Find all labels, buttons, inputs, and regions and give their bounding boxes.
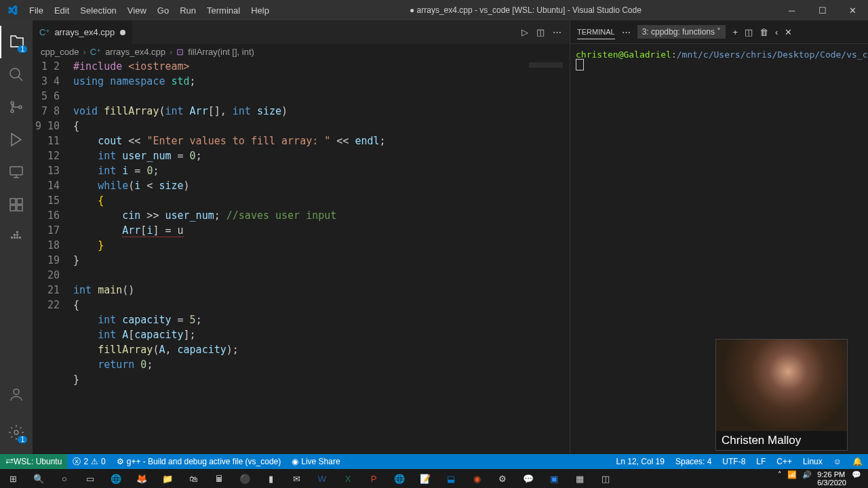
breadcrumb[interactable]: cpp_code › C⁺ arrays_ex4.cpp › ⊡ fillArr… bbox=[33, 44, 570, 59]
tray-chevron-icon[interactable]: ˄ bbox=[778, 470, 782, 487]
split-terminal-icon[interactable]: ◫ bbox=[745, 27, 753, 37]
menu-view[interactable]: View bbox=[122, 5, 152, 16]
svg-rect-7 bbox=[10, 205, 16, 211]
start-button[interactable]: ⊞ bbox=[0, 469, 26, 488]
indentation[interactable]: Spaces: 4 bbox=[670, 457, 717, 466]
docker-icon[interactable] bbox=[0, 221, 33, 253]
svg-point-9 bbox=[14, 389, 19, 394]
new-terminal-icon[interactable]: + bbox=[732, 27, 738, 37]
tab-label: arrays_ex4.cpp bbox=[54, 27, 115, 37]
notifications-icon[interactable]: 🔔 bbox=[847, 457, 868, 466]
more-icon[interactable]: ⋯ bbox=[622, 27, 631, 37]
remote-indicator[interactable]: ⮂ WSL: Ubuntu bbox=[0, 454, 67, 469]
feedback-icon[interactable]: ☺ bbox=[828, 457, 847, 466]
minimize-button[interactable]: ─ bbox=[776, 0, 807, 20]
live-share[interactable]: ◉Live Share bbox=[286, 457, 345, 466]
extensions-icon[interactable] bbox=[0, 188, 33, 221]
os[interactable]: Linux bbox=[797, 457, 828, 466]
debug-icon[interactable] bbox=[0, 123, 33, 156]
eol[interactable]: LF bbox=[751, 457, 771, 466]
menu-selection[interactable]: Selection bbox=[75, 5, 121, 16]
svg-rect-4 bbox=[10, 167, 22, 175]
cortana-icon[interactable]: ○ bbox=[52, 469, 77, 488]
search-icon[interactable] bbox=[0, 58, 33, 91]
split-editor-icon[interactable]: ◫ bbox=[536, 27, 545, 37]
camera-name: Christen Malloy bbox=[716, 431, 847, 450]
window-title: ● arrays_ex4.cpp - vs_code [WSL: Ubuntu]… bbox=[275, 5, 776, 15]
wifi-icon[interactable]: 📶 bbox=[787, 470, 797, 487]
language-mode[interactable]: C++ bbox=[771, 457, 797, 466]
explorer-icon[interactable]: 📁 bbox=[155, 469, 180, 488]
menu-run[interactable]: Run bbox=[174, 5, 201, 16]
run-icon[interactable]: ▷ bbox=[521, 27, 528, 37]
svg-point-2 bbox=[11, 110, 14, 113]
excel-icon[interactable]: X bbox=[335, 469, 361, 488]
modified-indicator-icon bbox=[120, 30, 125, 35]
word-icon[interactable]: W bbox=[309, 469, 335, 488]
terminal-selector[interactable]: 3: cppdbg: functions ˅ bbox=[637, 25, 726, 39]
terminal-output[interactable]: christen@Galadriel:/mnt/c/Users/chris/De… bbox=[570, 44, 868, 75]
kill-terminal-icon[interactable]: 🗑 bbox=[760, 27, 768, 37]
encoding[interactable]: UTF-8 bbox=[717, 457, 751, 466]
menu-go[interactable]: Go bbox=[152, 5, 174, 16]
build-task[interactable]: ⚙g++ - Build and debug active file (vs_c… bbox=[111, 457, 286, 466]
source-control-icon[interactable] bbox=[0, 91, 33, 123]
obs-icon[interactable]: ⚫ bbox=[232, 469, 258, 488]
minimap[interactable] bbox=[529, 59, 570, 454]
camera-video bbox=[716, 340, 847, 431]
accounts-icon[interactable] bbox=[0, 378, 33, 411]
camera-overlay: Christen Malloy bbox=[715, 339, 848, 451]
powerpoint-icon[interactable]: P bbox=[361, 469, 387, 488]
editor-tab[interactable]: C⁺ arrays_ex4.cpp bbox=[33, 20, 133, 44]
settings-icon[interactable]: 1 bbox=[0, 416, 33, 449]
zoom-icon[interactable]: ▣ bbox=[541, 469, 567, 488]
clock[interactable]: 9:26 PM6/3/2020 bbox=[817, 470, 846, 487]
task-view-icon[interactable]: ▭ bbox=[77, 469, 103, 488]
vscode-logo bbox=[0, 5, 24, 16]
settings-icon[interactable]: ⚙ bbox=[490, 469, 515, 488]
remote-explorer-icon[interactable] bbox=[0, 156, 33, 188]
code-editor[interactable]: #include <iostream> using namespace std;… bbox=[73, 59, 570, 454]
terminal-tab[interactable]: TERMINAL bbox=[577, 25, 615, 39]
notifications-tray-icon[interactable]: 💬 bbox=[852, 470, 861, 487]
app2-icon[interactable]: ◫ bbox=[593, 469, 618, 488]
chrome-icon[interactable]: 🌐 bbox=[103, 469, 129, 488]
appnew-icon[interactable]: ▦ bbox=[567, 469, 593, 488]
svg-rect-5 bbox=[10, 199, 16, 204]
prev-icon[interactable]: ‹ bbox=[775, 27, 778, 37]
chat-icon[interactable]: 💬 bbox=[515, 469, 541, 488]
menu-help[interactable]: Help bbox=[245, 5, 275, 16]
svg-point-1 bbox=[11, 102, 14, 104]
terminal-icon[interactable]: ▮ bbox=[258, 469, 283, 488]
menu-edit[interactable]: Edit bbox=[49, 5, 75, 16]
menu-file[interactable]: File bbox=[24, 5, 49, 16]
mail-icon[interactable]: ✉ bbox=[283, 469, 309, 488]
search-icon[interactable]: 🔍 bbox=[26, 469, 52, 488]
close-button[interactable]: ✕ bbox=[837, 0, 868, 20]
sublime-icon[interactable]: 📝 bbox=[412, 469, 438, 488]
close-panel-icon[interactable]: ✕ bbox=[785, 27, 792, 37]
svg-point-3 bbox=[19, 106, 22, 108]
more-actions-icon[interactable]: ⋯ bbox=[553, 27, 561, 37]
ubuntu-icon[interactable]: ◉ bbox=[464, 469, 490, 488]
problems-indicator[interactable]: ⓧ2 ⚠0 bbox=[67, 456, 111, 468]
line-numbers: 1 2 3 4 5 6 7 8 9 10 11 12 13 14 15 16 1… bbox=[33, 59, 73, 454]
firefox-icon[interactable]: 🦊 bbox=[129, 469, 155, 488]
explorer-icon[interactable]: 1 bbox=[0, 26, 33, 58]
menu-terminal[interactable]: Terminal bbox=[201, 5, 245, 16]
vscode-icon[interactable]: ⬓ bbox=[438, 469, 464, 488]
cursor-position[interactable]: Ln 12, Col 19 bbox=[611, 457, 670, 466]
store-icon[interactable]: 🛍 bbox=[180, 469, 206, 488]
maximize-button[interactable]: ☐ bbox=[807, 0, 837, 20]
calculator-icon[interactable]: 🖩 bbox=[206, 469, 232, 488]
edge-icon[interactable]: 🌐 bbox=[387, 469, 412, 488]
svg-point-10 bbox=[14, 430, 18, 434]
svg-point-0 bbox=[10, 68, 20, 78]
svg-rect-6 bbox=[17, 199, 22, 204]
svg-rect-8 bbox=[17, 205, 22, 211]
volume-icon[interactable]: 🔊 bbox=[802, 470, 812, 487]
